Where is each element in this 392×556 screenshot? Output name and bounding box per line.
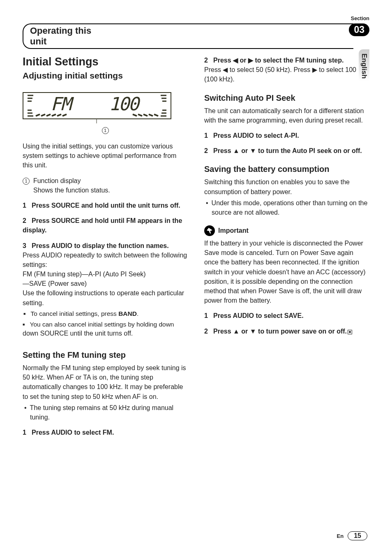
legend-title: Function display xyxy=(33,177,81,184)
pi-paragraph: The unit can automatically search for a … xyxy=(204,106,369,125)
save-step-2: 2Press ▲ or ▼ to turn power save on or o… xyxy=(204,327,369,336)
step-1: 1Press SOURCE and hold until the unit tu… xyxy=(23,201,188,210)
svg-line-20 xyxy=(138,114,142,116)
important-paragraph: If the battery in your vehicle is discon… xyxy=(204,239,369,305)
pi-step-1: 1Press AUDIO to select A-PI. xyxy=(204,131,369,140)
left-column: Initial Settings Adjusting initial setti… xyxy=(23,56,188,437)
svg-text:100: 100 xyxy=(109,93,141,114)
svg-line-19 xyxy=(133,114,137,116)
footer-lang: En xyxy=(337,533,344,539)
section-number-badge: 03 xyxy=(349,23,369,36)
note-cancel-source: You can also cancel initial settings by … xyxy=(23,320,188,329)
heading-adjusting: Adjusting initial settings xyxy=(23,71,188,81)
heading-initial-settings: Initial Settings xyxy=(23,56,188,68)
legend-ref-1: 1 xyxy=(23,178,30,185)
fm-step-2: 2Press ◀ or ▶ to select the FM tuning st… xyxy=(204,56,369,65)
svg-line-22 xyxy=(149,114,153,116)
heading-battery: Saving the battery consumption xyxy=(204,164,369,174)
page-number: 15 xyxy=(348,531,367,540)
svg-line-18 xyxy=(62,114,67,116)
svg-line-23 xyxy=(154,114,158,116)
chapter-tab: Operating this unit xyxy=(23,23,353,49)
note-cancel-band: To cancel initial settings, press BAND. xyxy=(23,309,188,318)
svg-line-14 xyxy=(41,114,45,116)
fm-step-1: 1Press AUDIO to select FM. xyxy=(23,428,188,437)
footer: En 15 xyxy=(337,531,367,540)
callout-ref-1: 1 xyxy=(102,127,109,134)
heading-auto-pi: Switching Auto PI Seek xyxy=(204,93,369,103)
fm-note-bullet: The tuning step remains at 50 kHz during… xyxy=(23,403,188,422)
settings-chain: FM (FM tuning step)—A-PI (Auto PI Seek)—… xyxy=(23,269,188,288)
end-of-topic-icon: ■ xyxy=(348,330,352,334)
step-3: 3Press AUDIO to display the function nam… xyxy=(23,241,188,250)
lcd-display-illustration: FM 100 xyxy=(23,92,171,123)
save-paragraph: Switching this function on enables you t… xyxy=(204,177,369,196)
important-icon xyxy=(204,225,215,236)
header-row: Operating this unit 03 xyxy=(23,23,369,40)
save-bullet: Under this mode, operations other than t… xyxy=(204,198,369,217)
fm-paragraph: Normally the FM tuning step employed by … xyxy=(23,363,188,401)
intro-paragraph: Using the initial settings, you can cust… xyxy=(23,141,188,170)
legend-desc: Shows the function status. xyxy=(33,185,110,195)
after-step3-a: Press AUDIO repeatedly to switch between… xyxy=(23,250,188,269)
note-cancel-source-cont: down SOURCE until the unit turns off. xyxy=(23,329,188,338)
right-column: 2Press ◀ or ▶ to select the FM tuning st… xyxy=(204,56,369,437)
svg-line-17 xyxy=(57,114,61,116)
language-tab: English xyxy=(359,49,369,81)
important-label: Important xyxy=(218,227,249,234)
legend-row: 1 Function display Shows the function st… xyxy=(23,176,188,195)
display-callout: 1 xyxy=(23,127,188,134)
pi-step-2: 2Press ▲ or ▼ to turn the Auto PI seek o… xyxy=(204,146,369,155)
after-step3-c: Use the following instructions to operat… xyxy=(23,288,188,307)
svg-text:FM: FM xyxy=(51,93,74,114)
svg-line-13 xyxy=(36,114,40,116)
svg-line-16 xyxy=(52,114,56,116)
save-step-1: 1Press AUDIO to select SAVE. xyxy=(204,311,369,320)
svg-line-15 xyxy=(46,114,51,116)
section-label: Section xyxy=(351,16,369,21)
important-row: Important xyxy=(204,225,369,236)
step-2: 2Press SOURCE and hold until FM appears … xyxy=(23,216,188,235)
heading-fm-step: Setting the FM tuning step xyxy=(23,350,188,360)
svg-line-21 xyxy=(143,114,148,116)
fm-step-2-body: Press ◀ to select 50 (50 kHz). Press ▶ t… xyxy=(204,65,369,84)
